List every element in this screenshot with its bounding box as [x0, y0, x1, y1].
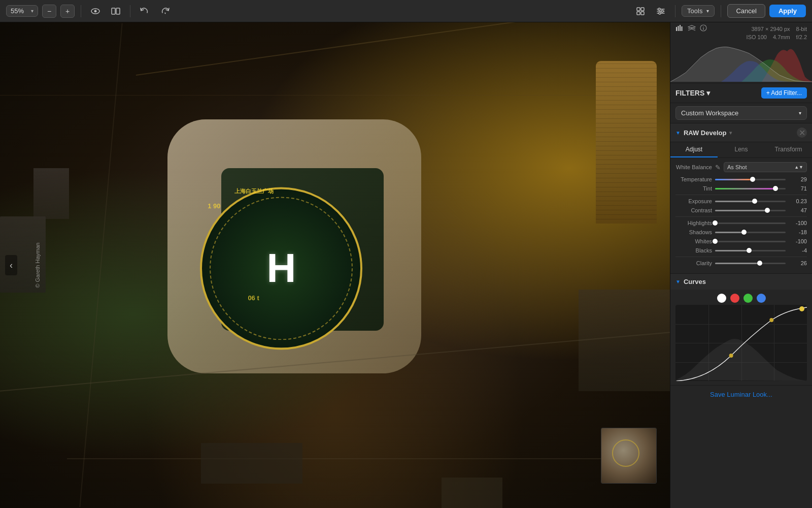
info-icon[interactable]: i: [700, 24, 707, 33]
filters-label: FILTERS: [675, 89, 704, 97]
sliders-section: White Balance ✎ As Shot ▲▼ Temperature 2…: [670, 158, 812, 273]
svg-point-14: [659, 12, 661, 14]
iso-value: ISO 100: [747, 34, 767, 40]
blacks-slider[interactable]: [715, 250, 786, 251]
curves-label: Curves: [684, 278, 706, 285]
workspace-dropdown[interactable]: Custom Workspace ▾: [675, 106, 807, 120]
whites-thumb[interactable]: [713, 239, 718, 244]
curves-header[interactable]: ▼ Curves: [670, 274, 812, 290]
helipad: H: [200, 187, 362, 350]
whites-slider[interactable]: [715, 241, 786, 242]
photo-credit: © Gareth Hayman: [35, 243, 41, 288]
curves-section: ▼ Curves: [670, 273, 812, 403]
white-balance-dropdown[interactable]: As Shot ▲▼: [724, 162, 807, 172]
highlights-slider[interactable]: [715, 223, 786, 224]
svg-rect-3: [116, 8, 120, 14]
cancel-button[interactable]: Cancel: [727, 4, 765, 18]
temperature-row: Temperature 29: [675, 176, 807, 182]
blacks-value: -4: [789, 247, 807, 253]
histogram-icon[interactable]: [675, 24, 684, 33]
toolbar-separator-4: [721, 5, 721, 17]
tab-lens[interactable]: Lens: [718, 142, 765, 157]
channel-white-dot[interactable]: [717, 294, 726, 303]
panel-icons: i: [675, 24, 707, 33]
exposure-value: 0.23: [789, 198, 807, 204]
svg-rect-15: [676, 27, 677, 31]
zoom-value: 55%: [11, 7, 29, 15]
histogram-canvas: [670, 42, 812, 83]
history-icon[interactable]: ▾: [157, 3, 173, 19]
whites-value: -100: [789, 238, 807, 244]
save-look-button[interactable]: Save Luminar Look...: [670, 385, 812, 403]
exposure-thumb[interactable]: [752, 199, 757, 204]
curve-control-2: [769, 318, 773, 322]
toolbar: 55% ▾ − + ▾: [0, 0, 812, 22]
svg-rect-2: [112, 8, 115, 14]
zoom-out-button[interactable]: −: [42, 5, 56, 18]
add-filter-button[interactable]: + Add Filter...: [761, 87, 807, 99]
temperature-slider[interactable]: [715, 179, 786, 180]
undo-icon[interactable]: [137, 3, 153, 19]
eyedropper-icon[interactable]: ✎: [715, 164, 721, 171]
channel-green-dot[interactable]: [743, 294, 753, 303]
tint-slider[interactable]: [715, 188, 786, 189]
zoom-in-button[interactable]: +: [60, 5, 75, 18]
svg-rect-16: [678, 26, 679, 31]
highlights-thumb[interactable]: [713, 220, 718, 226]
svg-rect-7: [637, 12, 640, 15]
shadows-slider[interactable]: [715, 232, 786, 233]
svg-point-12: [658, 8, 660, 10]
apply-button[interactable]: Apply: [769, 5, 806, 17]
city-scene: H 上海白玉兰广场 1 90 06 t: [0, 22, 670, 508]
zoom-control[interactable]: 55% ▾: [6, 5, 38, 17]
shadows-thumb[interactable]: [741, 230, 747, 235]
contrast-slider[interactable]: [715, 210, 786, 211]
right-panel: i 3897 × 2940 px 8-bit ISO 100 4.7mm f/2…: [670, 22, 812, 508]
workspace-value: Custom Workspace: [681, 109, 738, 117]
clarity-thumb[interactable]: [757, 261, 762, 266]
tab-transform[interactable]: Transform: [765, 142, 812, 157]
tab-adjust[interactable]: Adjust: [670, 142, 718, 157]
workspace-selector: Custom Workspace ▾: [670, 103, 812, 123]
clarity-slider[interactable]: [715, 263, 786, 264]
tint-label: Tint: [675, 185, 712, 192]
curves-graph[interactable]: [675, 305, 807, 381]
shadows-value: -18: [789, 229, 807, 235]
raw-develop-close-button[interactable]: ✕: [797, 128, 807, 138]
temperature-label: Temperature: [675, 176, 712, 182]
contrast-thumb[interactable]: [765, 208, 770, 213]
preview-icon[interactable]: [87, 3, 104, 19]
tools-label: Tools: [687, 7, 702, 15]
blacks-thumb[interactable]: [747, 248, 752, 253]
settings-icon[interactable]: [653, 3, 669, 19]
clarity-label: Clarity: [675, 260, 712, 266]
curves-collapse-icon: ▼: [675, 279, 681, 284]
exposure-slider[interactable]: [715, 201, 786, 202]
image-canvas: H 上海白玉兰广场 1 90 06 t: [0, 22, 670, 508]
layers-icon[interactable]: [688, 24, 696, 33]
shadows-label: Shadows: [675, 229, 712, 235]
slider-divider-2: [675, 216, 807, 217]
tint-thumb[interactable]: [773, 186, 778, 191]
bit-depth: 8-bit: [796, 26, 807, 32]
white-balance-label: White Balance: [675, 164, 712, 170]
contrast-row: Contrast 47: [675, 207, 807, 213]
curves-svg: [675, 305, 807, 381]
grid-icon[interactable]: [632, 3, 649, 19]
temperature-thumb[interactable]: [750, 177, 755, 182]
zoom-chevron-icon: ▾: [31, 8, 33, 14]
whites-label: Whites: [675, 238, 712, 244]
channel-red-dot[interactable]: [730, 294, 739, 303]
split-view-icon[interactable]: [108, 3, 124, 19]
temperature-value: 29: [789, 176, 807, 182]
tools-dropdown[interactable]: Tools ▾: [682, 5, 715, 17]
panel-scroll[interactable]: ▼ RAW Develop ▾ ✕ Adjust Lens Transform …: [670, 123, 812, 508]
contrast-label: Contrast: [675, 207, 712, 213]
nav-prev-button[interactable]: ‹: [5, 255, 17, 275]
raw-develop-header[interactable]: ▼ RAW Develop ▾ ✕: [670, 123, 812, 142]
filters-title[interactable]: FILTERS ▾: [675, 89, 710, 97]
raw-develop-chevron-icon: ▾: [729, 130, 732, 136]
workspace-chevron-icon: ▾: [799, 110, 801, 116]
image-metadata: 3897 × 2940 px 8-bit: [751, 26, 807, 32]
channel-blue-dot[interactable]: [757, 294, 766, 303]
